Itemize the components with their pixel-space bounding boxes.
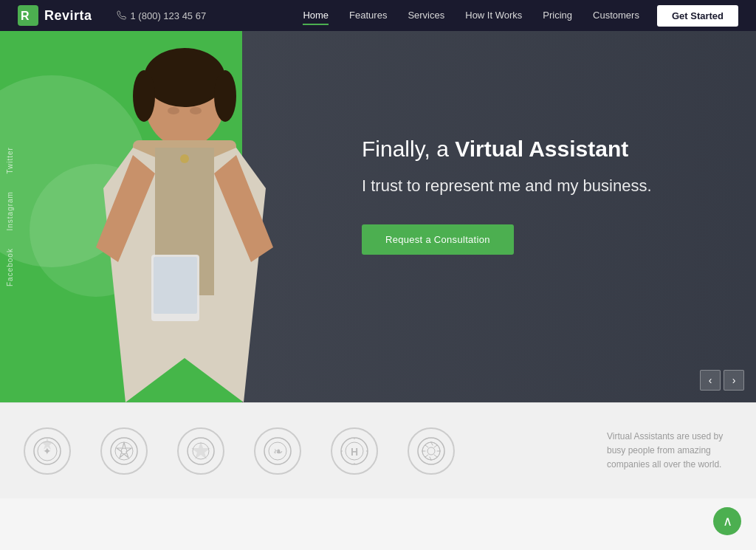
get-started-button[interactable]: Get Started xyxy=(657,5,738,27)
badge-icon-5: H xyxy=(340,436,369,466)
phone-number: 1 (800) 123 45 67 xyxy=(116,10,207,21)
svg-point-3 xyxy=(144,48,225,107)
slider-prev-button[interactable]: ‹ xyxy=(700,370,721,391)
navbar: R Revirta 1 (800) 123 45 67 Home Feature… xyxy=(0,0,756,31)
badge-5: H xyxy=(331,427,378,475)
phone-text: 1 (800) 123 45 67 xyxy=(131,10,207,21)
badge-list: ✦ ❧ xyxy=(24,427,583,475)
social-instagram[interactable]: Instagram xyxy=(0,182,20,239)
scroll-top-button[interactable]: ∧ xyxy=(713,507,741,535)
hero-section: Twitter Instagram Facebook xyxy=(0,31,756,402)
hero-headline-bold: Virtual Assistant xyxy=(455,137,628,161)
nav-home[interactable]: Home xyxy=(303,10,329,22)
hero-headline-plain: Finally, a xyxy=(362,137,449,161)
svg-text:✦: ✦ xyxy=(43,445,52,457)
svg-text:H: H xyxy=(351,446,358,458)
badge-icon-2 xyxy=(109,436,139,466)
hero-headline: Finally, a Virtual Assistant xyxy=(362,134,652,163)
hero-content: Finally, a Virtual Assistant I trust to … xyxy=(362,134,652,255)
badge-icon-1: ✦ xyxy=(32,436,62,466)
svg-point-19 xyxy=(121,448,127,454)
social-sidebar: Twitter Instagram Facebook xyxy=(0,138,20,296)
slider-controls: ‹ › xyxy=(700,370,744,391)
main-nav: Home Features Services How It Works Pric… xyxy=(303,10,639,22)
badge-6 xyxy=(408,427,455,475)
logos-section: ✦ ❧ xyxy=(0,402,756,498)
svg-point-4 xyxy=(133,70,155,122)
badge-icon-6 xyxy=(416,436,446,466)
badge-1: ✦ xyxy=(24,427,71,475)
hero-person-image xyxy=(59,31,310,402)
svg-point-5 xyxy=(214,70,236,122)
badge-2 xyxy=(100,427,148,475)
svg-point-29 xyxy=(418,438,444,464)
svg-text:R: R xyxy=(21,10,30,22)
svg-point-17 xyxy=(115,442,133,460)
nav-customers[interactable]: Customers xyxy=(593,10,639,22)
nav-pricing[interactable]: Pricing xyxy=(543,10,572,22)
hero-subtext: I trust to represent me and my business. xyxy=(362,175,652,198)
consultation-button[interactable]: Request a Consultation xyxy=(362,224,514,255)
svg-point-10 xyxy=(180,154,189,163)
social-facebook[interactable]: Facebook xyxy=(0,240,20,296)
badge-3 xyxy=(177,427,224,475)
svg-point-12 xyxy=(190,107,202,114)
svg-point-16 xyxy=(111,438,137,464)
nav-how-it-works[interactable]: How It Works xyxy=(465,10,522,22)
badge-4: ❧ xyxy=(254,427,301,475)
svg-marker-21 xyxy=(191,441,210,459)
slider-next-button[interactable]: › xyxy=(724,370,744,391)
phone-icon xyxy=(116,10,126,21)
logo-text: Revirta xyxy=(44,8,92,24)
person-svg xyxy=(81,41,288,402)
logo[interactable]: R Revirta xyxy=(18,5,92,26)
svg-text:❧: ❧ xyxy=(273,445,283,458)
svg-point-11 xyxy=(168,107,179,114)
svg-marker-18 xyxy=(117,442,131,458)
social-twitter[interactable]: Twitter xyxy=(0,138,20,182)
nav-services[interactable]: Services xyxy=(408,10,444,22)
svg-rect-9 xyxy=(154,257,197,314)
svg-point-31 xyxy=(427,447,435,455)
nav-features[interactable]: Features xyxy=(349,10,387,22)
logos-description: Virtual Assistants are used by busy peop… xyxy=(607,430,732,472)
logo-icon: R xyxy=(18,5,38,26)
badge-icon-3 xyxy=(186,436,216,466)
badge-icon-4: ❧ xyxy=(263,436,292,466)
